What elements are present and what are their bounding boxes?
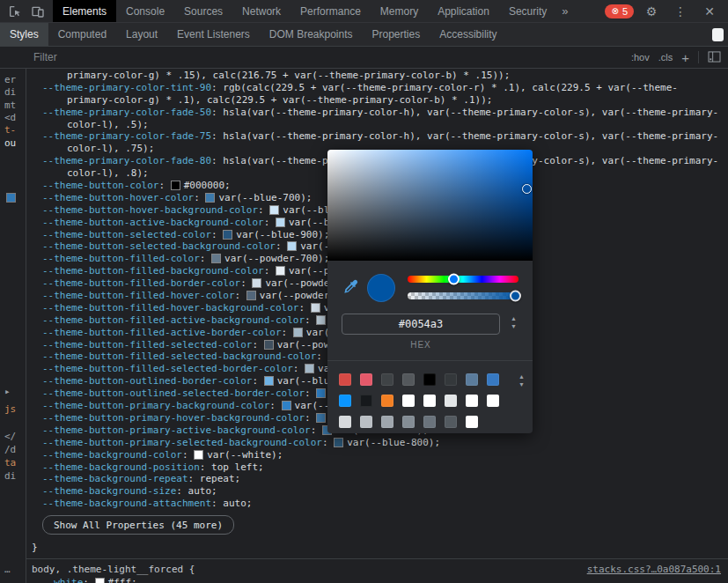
css-property-value[interactable]: var(--white); (207, 449, 283, 461)
hue-knob[interactable] (448, 274, 460, 285)
palette-color-swatch[interactable] (360, 395, 372, 407)
kebab-menu-icon[interactable]: ⋮ (669, 2, 692, 21)
color-swatch[interactable] (283, 402, 290, 410)
palette-color-swatch[interactable] (360, 416, 372, 428)
subtab-layout[interactable]: Layout (116, 23, 167, 46)
css-property-value[interactable]: rgb(calc(229.5 + var(--theme-primary-col… (223, 82, 678, 93)
css-property-name[interactable]: --theme-button-filled-hover-background-c… (42, 302, 298, 314)
css-property-value[interactable]: color-l), .8); (67, 167, 149, 179)
css-property-value[interactable]: var(--blue-900); (236, 229, 329, 240)
stylesheet-source-link[interactable]: stacks.css?…0a087a500:1 (587, 564, 721, 575)
color-swatch[interactable] (195, 451, 202, 459)
dom-node-fragment[interactable]: /d (4, 444, 16, 455)
css-property-name[interactable]: --theme-background-size (42, 485, 176, 497)
color-swatch[interactable] (172, 181, 180, 189)
palette-color-swatch[interactable] (402, 416, 415, 428)
hex-value-input[interactable] (342, 314, 500, 335)
css-property-value[interactable]: auto; (188, 485, 217, 497)
palette-color-swatch[interactable] (445, 395, 457, 407)
alpha-knob[interactable] (510, 291, 521, 302)
palette-color-swatch[interactable] (445, 416, 457, 428)
css-property-name[interactable]: --theme-button-filled-color (42, 253, 200, 264)
dom-node-fragment[interactable]: ta (4, 457, 16, 469)
palette-color-swatch[interactable] (423, 373, 436, 386)
css-property-value[interactable]: var(--blue-800); (347, 437, 440, 448)
palette-color-swatch[interactable] (402, 373, 415, 386)
tab-sources[interactable]: Sources (174, 0, 232, 22)
css-property-value[interactable]: var(--blue-700); (218, 192, 312, 203)
dom-tree-strip[interactable]: erdimt<dt-ou▸js<//dtadi… (0, 69, 26, 583)
subtab-accessibility[interactable]: Accessibility (430, 23, 506, 46)
css-selector[interactable]: body, .theme-light__forced { (32, 564, 195, 575)
tab-performance[interactable]: Performance (290, 0, 371, 22)
css-property-name[interactable]: --theme-background-attachment (42, 498, 211, 509)
color-swatch[interactable] (212, 255, 220, 262)
dom-node-fragment[interactable]: mt (4, 100, 16, 111)
color-swatch[interactable] (270, 206, 278, 214)
css-property-name[interactable]: --theme-background-position (42, 461, 200, 473)
color-swatch[interactable] (317, 316, 325, 324)
css-property-name[interactable]: --theme-primary-color-fade-50 (42, 107, 211, 118)
saturation-lightness-area[interactable] (327, 150, 533, 261)
css-property-name[interactable]: --theme-button-color (42, 180, 158, 191)
css-property-name[interactable]: --theme-button-selected-background-color (42, 240, 276, 252)
dom-node-color-swatch[interactable] (7, 194, 15, 202)
css-property-name[interactable]: --theme-button-filled-background-color (42, 265, 264, 277)
close-icon[interactable]: ✕ (698, 2, 721, 21)
palette-color-swatch[interactable] (381, 416, 393, 428)
color-selector-knob[interactable] (522, 184, 532, 194)
palette-color-swatch[interactable] (487, 373, 499, 386)
tab-application[interactable]: Application (428, 0, 499, 22)
eyedropper-icon[interactable] (340, 278, 361, 298)
css-property-name[interactable]: --theme-button-primary-selected-backgrou… (42, 437, 322, 448)
toggle-element-state-hov[interactable]: :hov (631, 52, 650, 63)
css-property-name[interactable]: --theme-button-primary-active-background… (42, 424, 311, 436)
color-swatch[interactable] (276, 267, 284, 275)
dom-node-fragment[interactable]: di (4, 86, 16, 98)
dom-node-fragment[interactable]: ou (4, 137, 16, 149)
css-property-value[interactable]: repeat; (200, 473, 240, 484)
palette-color-swatch[interactable] (466, 373, 478, 386)
css-property-value[interactable]: color-l), .75); (67, 143, 154, 154)
toggle-classes-cls[interactable]: .cls (658, 52, 673, 63)
css-property-value[interactable]: hsla(var(--theme-primary-color-h), var(-… (223, 130, 718, 142)
dom-node-fragment[interactable]: di (4, 470, 16, 482)
dom-node-fragment[interactable]: er (4, 74, 16, 85)
palette-color-swatch[interactable] (360, 373, 372, 386)
css-property-name[interactable]: --theme-button-filled-border-color (42, 277, 240, 289)
subtab-computed[interactable]: Computed (48, 23, 116, 46)
subtab-styles[interactable]: Styles (0, 23, 48, 46)
css-property-name[interactable]: --theme-button-hover-color (42, 192, 194, 203)
palette-color-swatch[interactable] (445, 373, 457, 386)
css-property-name[interactable]: --theme-background-color (42, 449, 182, 461)
palette-color-swatch[interactable] (381, 373, 393, 386)
css-property-name[interactable]: --theme-background-repeat (42, 473, 188, 484)
css-property-name[interactable]: --theme-primary-color-fade-75 (42, 130, 211, 142)
css-property-name[interactable]: --theme-primary-color-tint-90 (42, 82, 211, 93)
css-property-value[interactable]: top left; (211, 461, 264, 473)
color-swatch[interactable] (335, 439, 342, 446)
palette-color-swatch[interactable] (402, 395, 415, 407)
palette-color-swatch[interactable] (466, 395, 478, 407)
css-property-value[interactable]: #000000; (184, 180, 231, 191)
css-property-name[interactable]: --theme-button-filled-hover-color (42, 290, 235, 301)
css-property-value[interactable]: var(--powder-700); (224, 253, 329, 264)
element-states-icon[interactable] (708, 51, 721, 64)
css-property-name[interactable]: --theme-button-filled-active-background-… (42, 314, 305, 326)
css-property-name[interactable]: --theme-button-filled-selected-color (42, 339, 252, 351)
css-property-value[interactable]: #fff; (108, 577, 137, 583)
palette-color-swatch[interactable] (423, 395, 436, 407)
more-tabs-icon[interactable]: » (556, 4, 573, 18)
palette-color-swatch[interactable] (339, 395, 351, 407)
dom-node-fragment[interactable]: </ (4, 431, 16, 442)
tab-security[interactable]: Security (499, 0, 556, 22)
palette-color-swatch[interactable] (466, 416, 478, 428)
color-swatch[interactable] (247, 292, 255, 299)
palette-switcher-icon[interactable]: ▲ ▼ (518, 373, 525, 388)
css-property-name[interactable]: --theme-button-filled-active-border-colo… (42, 327, 282, 338)
color-swatch[interactable] (96, 579, 104, 583)
color-swatch[interactable] (253, 279, 261, 287)
error-badge[interactable]: ⊗ 5 (605, 4, 634, 18)
dom-node-fragment[interactable]: ▸ (4, 386, 11, 397)
color-swatch[interactable] (265, 341, 273, 349)
